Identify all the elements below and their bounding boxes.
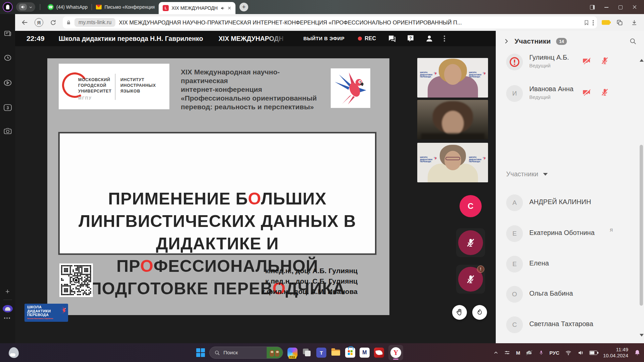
more-options-icon[interactable] [444,36,445,37]
participant-role: Ведущий [529,94,550,100]
participant-avatar-muted[interactable]: ! [456,265,485,294]
ebook-app-icon[interactable] [374,348,384,358]
tab-close-icon[interactable] [227,6,231,10]
svg-text:?: ? [409,36,412,41]
window-close-button[interactable] [632,4,637,10]
add-panel-icon[interactable]: + [5,287,10,296]
whatsapp-icon: ☎ [48,4,54,10]
scrollbar-thumb[interactable] [640,145,643,306]
tray-m-icon[interactable]: M [516,350,520,356]
tray-time: 11:49 [603,347,628,353]
alice-assistant-icon[interactable] [3,305,13,312]
questions-icon[interactable]: ? [406,34,415,43]
new-tab-button[interactable]: + [239,3,248,11]
tab-sound-control[interactable] [16,2,35,12]
task-view-icon[interactable] [302,348,312,358]
participant-row-host[interactable]: Гулиянц А.Б. Ведущий [496,53,644,72]
notification-bell-icon[interactable] [634,349,641,356]
tabs-panel-icon[interactable] [4,29,12,39]
sidebar-toggle-icon[interactable] [590,4,595,10]
chat-icon[interactable] [387,34,396,43]
file-explorer-icon[interactable] [331,348,341,358]
copilot-icon[interactable]: PRE [287,348,298,358]
microsoft-store-icon[interactable] [345,348,355,358]
search-icon[interactable] [629,38,637,45]
settings-sliders-icon[interactable] [504,350,510,356]
yandex-home-button[interactable]: Я [35,18,43,27]
participant-row[interactable]: Е Екатерина Оботнина я [496,225,644,243]
collapse-panel-icon[interactable] [503,38,509,44]
avatar-letter: И [512,90,517,97]
start-button[interactable] [196,348,205,357]
conference-title: XIX Международная научно-практическая ин… [181,68,325,111]
yandex-browser-icon[interactable]: Y [388,345,403,360]
tile-brand-text: ШКОЛА ДИДАКТИКИ ПЕРЕВОДА [469,71,481,78]
refresh-button[interactable] [48,17,58,27]
participant-row[interactable]: С Светлана Тахтарова [496,316,644,335]
tray-date: 10.04.2024 [603,353,628,359]
history-icon[interactable] [3,54,12,63]
clock[interactable]: 11:49 10.04.2024 [603,347,628,359]
reactions-button[interactable] [472,305,487,320]
lock-icon [66,20,71,25]
participant-row[interactable]: О Ольга Бабина [496,285,644,304]
triangle-down-icon [543,173,548,176]
tray-chevron-up-icon[interactable] [493,350,498,355]
browser-profile-icon[interactable] [3,2,13,12]
participant-name: Светлана Тахтарова [529,320,593,328]
scroll-down-icon[interactable] [640,334,644,337]
participant-row-host[interactable]: И Иванова Анна Ведущий [496,84,644,103]
video-tile[interactable]: ШКОЛА ДИДАКТИКИ ПЕРЕВОДА ШКОЛА ДИДАКТИКИ… [417,58,488,98]
language-indicator[interactable]: РУС [549,350,559,356]
collections-icon[interactable] [614,17,625,27]
address-bar[interactable]: my.mts-link.ru XIX МЕЖДУНАРОДНАЯ НАУЧНО-… [63,16,597,28]
scroll-up-icon[interactable] [640,59,644,62]
tab-separator [40,4,40,10]
battery-icon[interactable] [589,351,597,355]
section-label: Участники [506,170,538,178]
avatar-letter: Е [513,230,517,237]
participant-row[interactable]: Е Елена [496,255,644,274]
tab-counter-icon[interactable]: 3 [3,104,12,113]
volume-icon[interactable] [577,350,584,356]
panel-scrollbar[interactable] [639,54,643,339]
participant-avatar[interactable]: C [460,195,482,217]
participant-avatar-muted[interactable] [456,228,485,257]
avatar-letter: C [468,201,473,211]
video-player-icon[interactable] [3,78,12,88]
microphone-tray-icon[interactable] [539,350,544,356]
window-maximize-button[interactable] [618,4,623,10]
address-domain[interactable]: my.mts-link.ru [74,18,115,27]
video-tile[interactable]: ШКОЛА ДИДАКТИКИ ПЕРЕВОДА ШКОЛА ДИДАКТИКИ… [417,143,488,182]
rail-more-icon[interactable] [4,317,5,319]
tile-brand-text: ШКОЛА ДИДАКТИКИ ПЕРЕВОДА [420,71,432,78]
institute-name: ИНСТИТУТ ИНОСТРАННЫХ ЯЗЫКОВ [120,77,156,94]
address-menu-icon[interactable] [593,20,594,21]
raise-hand-button[interactable] [452,305,467,320]
taskbar-search[interactable]: Поиск [209,347,283,359]
tab-audio-icon[interactable] [220,6,225,10]
m-app-icon[interactable]: M [360,348,370,358]
screenshot-icon[interactable] [3,127,12,137]
wifi-icon[interactable] [565,350,572,355]
go-live-button[interactable]: ВЫЙТИ В ЭФИР [303,36,344,41]
tab-whatsapp[interactable]: ☎ (44) WhatsApp [44,1,92,13]
flame-icon [476,309,483,316]
downloads-icon[interactable] [629,17,639,27]
window-minimize-button[interactable] [604,4,609,10]
battery-saver-extension-icon[interactable] [602,20,610,25]
tab-mts-link-active[interactable]: L XIX МЕЖДУНАРОДН [159,2,235,14]
bookmark-flag-icon[interactable] [584,20,589,25]
teams-icon[interactable]: T [316,348,326,358]
participants-count-badge: 14 [556,38,567,45]
participants-section-header[interactable]: Участники [506,170,548,178]
video-tile[interactable] [417,100,488,139]
tab-mail[interactable]: Письмо «Конференция 10 [92,1,159,13]
back-button[interactable] [20,17,30,27]
participants-icon[interactable] [425,34,434,43]
copilot-pre-badge: PRE [289,356,297,359]
participant-row[interactable]: А АНДРЕЙ КАЛИНИН [496,194,644,213]
onedrive-paused-icon[interactable] [526,350,533,356]
weather-widget-icon[interactable] [9,347,19,358]
logo-divider [115,74,115,100]
